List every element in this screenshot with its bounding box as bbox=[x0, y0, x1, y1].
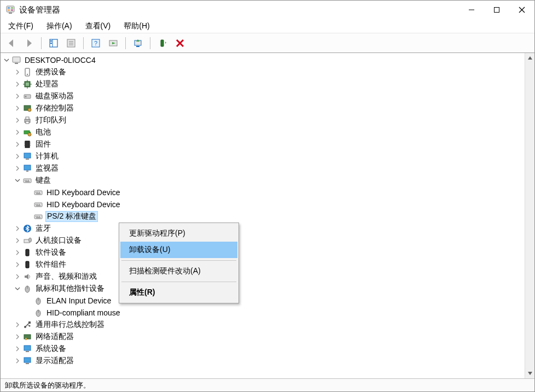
expand-icon[interactable] bbox=[14, 104, 21, 112]
device-hid-keyboard-1[interactable]: HID Keyboard Device bbox=[25, 186, 525, 198]
expand-icon[interactable] bbox=[14, 153, 21, 160]
expand-icon[interactable] bbox=[14, 249, 21, 256]
category-storage[interactable]: 存储控制器 bbox=[14, 102, 525, 114]
svg-rect-70 bbox=[39, 192, 40, 193]
show-hide-tree-button[interactable] bbox=[46, 36, 61, 51]
category-mouse[interactable]: 鼠标和其他指针设备 bbox=[14, 283, 525, 295]
computer-icon bbox=[22, 151, 32, 161]
scroll-track[interactable] bbox=[525, 63, 534, 368]
collapse-icon[interactable] bbox=[3, 56, 10, 64]
svg-marker-28 bbox=[165, 42, 166, 44]
svg-marker-106 bbox=[528, 372, 532, 375]
device-ps2-keyboard[interactable]: PS/2 标准键盘 bbox=[25, 210, 525, 223]
svg-rect-102 bbox=[26, 351, 29, 352]
help-button[interactable]: ? bbox=[88, 36, 103, 51]
svg-rect-101 bbox=[24, 346, 31, 350]
menu-file[interactable]: 文件(F) bbox=[4, 20, 38, 32]
battery-icon bbox=[22, 127, 32, 137]
collapse-icon[interactable] bbox=[14, 177, 21, 184]
tree-root[interactable]: DESKTOP-0LIOCC4 bbox=[3, 54, 525, 66]
network-icon bbox=[22, 332, 32, 342]
category-monitor[interactable]: 监视器 bbox=[14, 162, 525, 174]
scroll-up-button[interactable] bbox=[525, 53, 534, 63]
category-usb[interactable]: 通用串行总线控制器 bbox=[14, 319, 525, 331]
category-sound[interactable]: 声音、视频和游戏 bbox=[14, 271, 525, 283]
expand-icon[interactable] bbox=[14, 80, 21, 88]
category-software-device[interactable]: 软件设备 bbox=[14, 247, 525, 259]
forward-button[interactable] bbox=[21, 36, 37, 51]
collapse-icon[interactable] bbox=[14, 285, 21, 292]
expand-icon[interactable] bbox=[14, 261, 21, 268]
toolbar-separator bbox=[150, 37, 150, 49]
ctx-separator bbox=[121, 282, 236, 282]
svg-rect-103 bbox=[24, 358, 31, 362]
category-portable[interactable]: 便携设备 bbox=[14, 66, 525, 78]
category-battery[interactable]: 电池 bbox=[14, 126, 525, 138]
ctx-scan-hardware[interactable]: 扫描检测硬件改动(A) bbox=[120, 263, 237, 279]
category-bluetooth[interactable]: 蓝牙 bbox=[14, 223, 525, 235]
category-network[interactable]: 网络适配器 bbox=[14, 331, 525, 343]
svg-rect-47 bbox=[26, 121, 29, 124]
device-tree[interactable]: DESKTOP-0LIOCC4 便携设备 处理器 bbox=[1, 53, 525, 378]
vertical-scrollbar[interactable] bbox=[525, 53, 534, 378]
category-software-component[interactable]: 软件组件 bbox=[14, 259, 525, 271]
ctx-properties[interactable]: 属性(R) bbox=[120, 284, 237, 301]
category-firmware[interactable]: 固件 bbox=[14, 138, 525, 150]
svg-marker-10 bbox=[9, 39, 13, 47]
scroll-down-button[interactable] bbox=[525, 368, 534, 378]
mouse-icon bbox=[33, 308, 43, 318]
svg-rect-96 bbox=[28, 321, 31, 324]
device-elan-input[interactable]: ELAN Input Device bbox=[25, 295, 525, 307]
uninstall-device-button[interactable] bbox=[172, 36, 188, 51]
menu-action[interactable]: 操作(A) bbox=[42, 20, 77, 32]
svg-rect-85 bbox=[26, 249, 29, 256]
category-system[interactable]: 系统设备 bbox=[14, 343, 525, 355]
cpu-icon bbox=[22, 79, 32, 89]
svg-point-50 bbox=[28, 133, 31, 136]
category-computer[interactable]: 计算机 bbox=[14, 150, 525, 162]
expand-icon[interactable] bbox=[14, 92, 21, 100]
expand-icon[interactable] bbox=[14, 225, 21, 232]
computer-root-icon bbox=[11, 55, 21, 65]
category-cpu[interactable]: 处理器 bbox=[14, 78, 525, 90]
properties-button[interactable] bbox=[63, 36, 79, 51]
close-button[interactable] bbox=[509, 1, 534, 19]
scan-hardware-button[interactable] bbox=[106, 36, 121, 51]
expand-icon[interactable] bbox=[14, 273, 21, 280]
titlebar: 设备管理器 bbox=[1, 1, 534, 19]
back-button[interactable] bbox=[4, 36, 19, 51]
category-printqueue[interactable]: 打印队列 bbox=[14, 114, 525, 126]
update-driver-button[interactable] bbox=[130, 36, 146, 51]
expand-icon[interactable] bbox=[14, 357, 21, 365]
svg-rect-7 bbox=[495, 8, 499, 13]
svg-rect-64 bbox=[26, 180, 27, 181]
expand-icon[interactable] bbox=[14, 141, 21, 148]
expand-icon[interactable] bbox=[14, 165, 21, 172]
expand-icon[interactable] bbox=[14, 333, 21, 341]
maximize-button[interactable] bbox=[484, 1, 509, 19]
category-hid[interactable]: 人机接口设备 bbox=[14, 235, 525, 247]
svg-rect-46 bbox=[26, 117, 29, 119]
svg-rect-58 bbox=[24, 153, 31, 158]
expand-icon[interactable] bbox=[14, 237, 21, 244]
device-hid-mouse[interactable]: HID-compliant mouse bbox=[25, 307, 525, 319]
expand-icon[interactable] bbox=[14, 128, 21, 136]
menu-view[interactable]: 查看(V) bbox=[81, 20, 115, 32]
keyboard-icon bbox=[22, 175, 32, 185]
expand-icon[interactable] bbox=[14, 345, 21, 353]
firmware-icon bbox=[22, 139, 32, 149]
ctx-update-driver[interactable]: 更新驱动程序(P) bbox=[120, 225, 237, 242]
tree-root-label: DESKTOP-0LIOCC4 bbox=[24, 56, 97, 65]
minimize-button[interactable] bbox=[459, 1, 484, 19]
svg-rect-86 bbox=[26, 261, 29, 268]
expand-icon[interactable] bbox=[14, 116, 21, 124]
expand-icon[interactable] bbox=[14, 321, 21, 329]
enable-device-button[interactable] bbox=[155, 36, 170, 51]
device-hid-keyboard-2[interactable]: HID Keyboard Device bbox=[25, 198, 525, 210]
menu-help[interactable]: 帮助(H) bbox=[119, 20, 154, 32]
ctx-uninstall-device[interactable]: 卸载设备(U) bbox=[120, 242, 237, 258]
category-keyboard[interactable]: 键盘 bbox=[14, 174, 525, 186]
category-display[interactable]: 显示适配器 bbox=[14, 355, 525, 367]
category-disk[interactable]: 磁盘驱动器 bbox=[14, 90, 525, 102]
expand-icon[interactable] bbox=[14, 68, 21, 76]
